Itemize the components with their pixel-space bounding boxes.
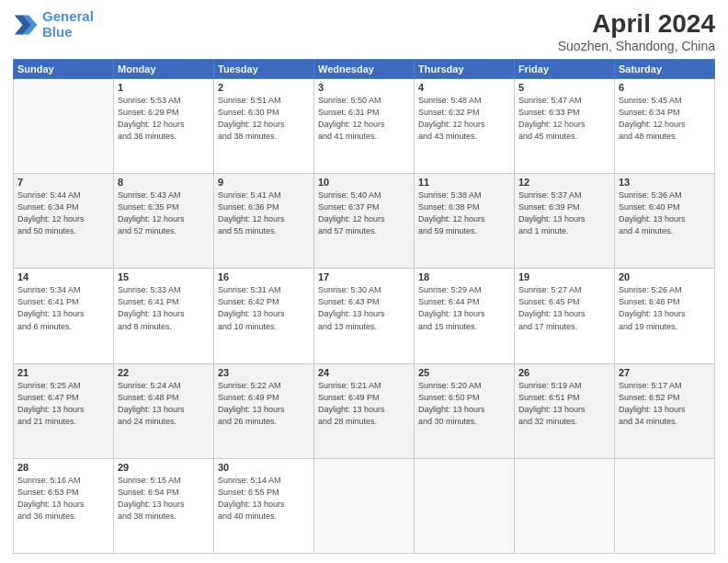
day-cell: 30Sunrise: 5:14 AM Sunset: 6:55 PM Dayli…	[214, 458, 314, 553]
calendar-table: SundayMondayTuesdayWednesdayThursdayFrid…	[13, 59, 715, 554]
day-cell	[415, 458, 515, 553]
page: General Blue April 2024 Suozhen, Shandon…	[0, 0, 728, 563]
day-info: Sunrise: 5:44 AM Sunset: 6:34 PM Dayligh…	[17, 190, 109, 237]
week-row-1: 1Sunrise: 5:53 AM Sunset: 6:29 PM Daylig…	[14, 79, 715, 174]
col-header-wednesday: Wednesday	[314, 60, 415, 79]
day-number: 8	[118, 177, 210, 188]
day-info: Sunrise: 5:45 AM Sunset: 6:34 PM Dayligh…	[619, 95, 711, 143]
day-cell: 20Sunrise: 5:26 AM Sunset: 6:46 PM Dayli…	[615, 269, 715, 363]
day-number: 30	[218, 462, 310, 473]
day-number: 9	[218, 177, 310, 188]
logo: General Blue	[13, 9, 94, 40]
day-number: 12	[518, 177, 610, 188]
col-header-saturday: Saturday	[615, 60, 715, 79]
day-number: 7	[17, 177, 109, 188]
day-info: Sunrise: 5:24 AM Sunset: 6:48 PM Dayligh…	[118, 380, 210, 428]
day-number: 4	[418, 82, 510, 93]
day-info: Sunrise: 5:47 AM Sunset: 6:33 PM Dayligh…	[518, 95, 610, 143]
day-info: Sunrise: 5:33 AM Sunset: 6:41 PM Dayligh…	[118, 284, 210, 332]
day-info: Sunrise: 5:16 AM Sunset: 6:53 PM Dayligh…	[17, 475, 109, 523]
day-number: 15	[118, 271, 210, 282]
day-info: Sunrise: 5:20 AM Sunset: 6:50 PM Dayligh…	[418, 380, 510, 428]
day-info: Sunrise: 5:41 AM Sunset: 6:36 PM Dayligh…	[218, 190, 310, 237]
col-header-thursday: Thursday	[415, 60, 515, 79]
day-number: 29	[118, 462, 210, 473]
week-row-5: 28Sunrise: 5:16 AM Sunset: 6:53 PM Dayli…	[14, 458, 715, 553]
day-cell: 8Sunrise: 5:43 AM Sunset: 6:35 PM Daylig…	[114, 174, 214, 269]
week-row-4: 21Sunrise: 5:25 AM Sunset: 6:47 PM Dayli…	[14, 363, 715, 458]
day-cell	[515, 458, 615, 553]
day-cell: 13Sunrise: 5:36 AM Sunset: 6:40 PM Dayli…	[615, 174, 715, 269]
col-header-tuesday: Tuesday	[214, 60, 314, 79]
day-cell: 10Sunrise: 5:40 AM Sunset: 6:37 PM Dayli…	[314, 174, 415, 269]
day-cell: 19Sunrise: 5:27 AM Sunset: 6:45 PM Dayli…	[515, 269, 615, 363]
day-cell: 1Sunrise: 5:53 AM Sunset: 6:29 PM Daylig…	[114, 79, 214, 174]
logo-line1: General	[42, 8, 94, 24]
day-cell: 24Sunrise: 5:21 AM Sunset: 6:49 PM Dayli…	[314, 363, 415, 458]
day-number: 13	[619, 177, 711, 188]
day-cell: 4Sunrise: 5:48 AM Sunset: 6:32 PM Daylig…	[415, 79, 515, 174]
day-number: 19	[518, 271, 610, 282]
day-number: 23	[218, 367, 310, 378]
day-info: Sunrise: 5:27 AM Sunset: 6:45 PM Dayligh…	[518, 284, 610, 332]
day-cell: 22Sunrise: 5:24 AM Sunset: 6:48 PM Dayli…	[114, 363, 214, 458]
day-info: Sunrise: 5:22 AM Sunset: 6:49 PM Dayligh…	[218, 380, 310, 428]
logo-line2: Blue	[42, 24, 73, 40]
day-cell: 5Sunrise: 5:47 AM Sunset: 6:33 PM Daylig…	[515, 79, 615, 174]
day-cell: 12Sunrise: 5:37 AM Sunset: 6:39 PM Dayli…	[515, 174, 615, 269]
day-info: Sunrise: 5:37 AM Sunset: 6:39 PM Dayligh…	[518, 190, 610, 237]
day-info: Sunrise: 5:43 AM Sunset: 6:35 PM Dayligh…	[118, 190, 210, 237]
day-info: Sunrise: 5:15 AM Sunset: 6:54 PM Dayligh…	[118, 475, 210, 523]
day-info: Sunrise: 5:40 AM Sunset: 6:37 PM Dayligh…	[318, 190, 410, 237]
week-row-3: 14Sunrise: 5:34 AM Sunset: 6:41 PM Dayli…	[14, 269, 715, 363]
day-number: 5	[518, 82, 610, 93]
day-info: Sunrise: 5:34 AM Sunset: 6:41 PM Dayligh…	[17, 284, 109, 332]
day-info: Sunrise: 5:26 AM Sunset: 6:46 PM Dayligh…	[619, 284, 711, 332]
day-cell: 15Sunrise: 5:33 AM Sunset: 6:41 PM Dayli…	[114, 269, 214, 363]
day-cell: 11Sunrise: 5:38 AM Sunset: 6:38 PM Dayli…	[415, 174, 515, 269]
day-cell	[14, 79, 114, 174]
day-info: Sunrise: 5:21 AM Sunset: 6:49 PM Dayligh…	[318, 380, 410, 428]
day-cell: 2Sunrise: 5:51 AM Sunset: 6:30 PM Daylig…	[214, 79, 314, 174]
day-number: 21	[17, 367, 109, 378]
day-cell: 9Sunrise: 5:41 AM Sunset: 6:36 PM Daylig…	[214, 174, 314, 269]
day-info: Sunrise: 5:48 AM Sunset: 6:32 PM Dayligh…	[418, 95, 510, 143]
header: General Blue April 2024 Suozhen, Shandon…	[13, 9, 715, 53]
day-number: 1	[118, 82, 210, 93]
day-info: Sunrise: 5:51 AM Sunset: 6:30 PM Dayligh…	[218, 95, 310, 143]
day-info: Sunrise: 5:30 AM Sunset: 6:43 PM Dayligh…	[318, 284, 410, 332]
day-number: 11	[418, 177, 510, 188]
header-row: SundayMondayTuesdayWednesdayThursdayFrid…	[14, 60, 715, 79]
day-cell: 26Sunrise: 5:19 AM Sunset: 6:51 PM Dayli…	[515, 363, 615, 458]
subtitle: Suozhen, Shandong, China	[558, 39, 715, 53]
day-cell: 27Sunrise: 5:17 AM Sunset: 6:52 PM Dayli…	[615, 363, 715, 458]
main-title: April 2024	[558, 9, 715, 39]
title-block: April 2024 Suozhen, Shandong, China	[558, 9, 715, 53]
day-info: Sunrise: 5:50 AM Sunset: 6:31 PM Dayligh…	[318, 95, 410, 143]
day-cell	[615, 458, 715, 553]
day-number: 14	[17, 271, 109, 282]
day-cell: 21Sunrise: 5:25 AM Sunset: 6:47 PM Dayli…	[14, 363, 114, 458]
day-number: 24	[318, 367, 410, 378]
day-cell: 14Sunrise: 5:34 AM Sunset: 6:41 PM Dayli…	[14, 269, 114, 363]
day-number: 28	[17, 462, 109, 473]
day-info: Sunrise: 5:31 AM Sunset: 6:42 PM Dayligh…	[218, 284, 310, 332]
day-number: 25	[418, 367, 510, 378]
day-number: 27	[619, 367, 711, 378]
day-info: Sunrise: 5:29 AM Sunset: 6:44 PM Dayligh…	[418, 284, 510, 332]
day-cell	[314, 458, 415, 553]
day-cell: 17Sunrise: 5:30 AM Sunset: 6:43 PM Dayli…	[314, 269, 415, 363]
day-cell: 18Sunrise: 5:29 AM Sunset: 6:44 PM Dayli…	[415, 269, 515, 363]
day-number: 3	[318, 82, 410, 93]
day-number: 20	[619, 271, 711, 282]
week-row-2: 7Sunrise: 5:44 AM Sunset: 6:34 PM Daylig…	[14, 174, 715, 269]
col-header-monday: Monday	[114, 60, 214, 79]
day-cell: 25Sunrise: 5:20 AM Sunset: 6:50 PM Dayli…	[415, 363, 515, 458]
day-number: 2	[218, 82, 310, 93]
day-number: 17	[318, 271, 410, 282]
col-header-sunday: Sunday	[14, 60, 114, 79]
day-number: 6	[619, 82, 711, 93]
day-cell: 29Sunrise: 5:15 AM Sunset: 6:54 PM Dayli…	[114, 458, 214, 553]
day-info: Sunrise: 5:36 AM Sunset: 6:40 PM Dayligh…	[619, 190, 711, 237]
day-number: 18	[418, 271, 510, 282]
